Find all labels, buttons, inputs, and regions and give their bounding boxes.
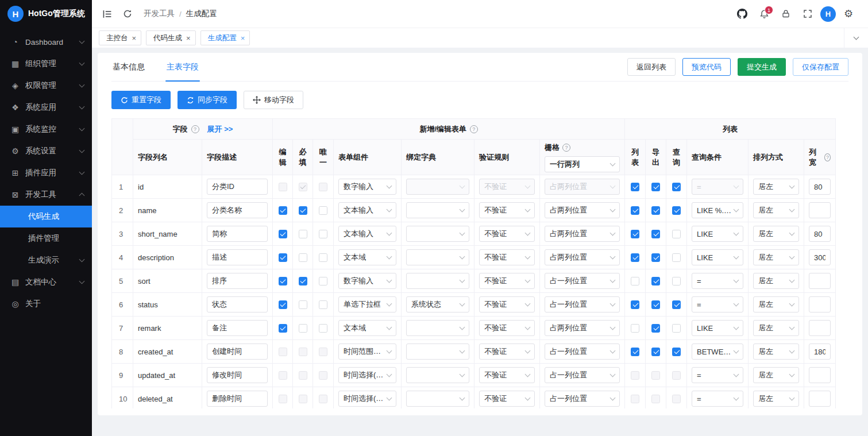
align-select[interactable]: 居左 [753,391,799,407]
info-icon[interactable] [191,125,199,133]
sidebar-item[interactable]: ⊠开发工具 [0,184,92,206]
required-checkbox[interactable] [299,300,307,309]
component-select[interactable]: 单选下拉框 [338,296,396,312]
query-cond-select[interactable]: LIKE %...% [692,202,743,218]
move-fields-button[interactable]: 移动字段 [244,91,303,109]
info-icon[interactable] [470,125,478,133]
list-checkbox[interactable] [631,348,639,356]
col-width-input[interactable] [809,226,831,242]
fullscreen-icon[interactable] [798,5,817,23]
grid-select[interactable]: 占两列位置 [545,320,620,336]
grid-layout-select[interactable]: 一行两列 [545,156,620,172]
component-select[interactable]: 时间选择(Y-... [338,391,396,407]
card-tab[interactable]: 基本信息 [111,53,146,81]
edit-checkbox[interactable] [279,324,287,333]
sidebar-item[interactable]: ◎关于 [0,293,92,315]
list-checkbox[interactable] [631,230,639,238]
query-checkbox[interactable] [672,230,681,238]
rule-select[interactable]: 不验证 [479,226,535,242]
reset-fields-button[interactable]: 重置字段 [111,91,171,109]
refresh-icon[interactable] [118,5,137,23]
grid-select[interactable]: 占一列位置 [545,344,620,360]
query-checkbox[interactable] [672,300,681,309]
field-desc-input[interactable] [207,249,268,265]
preview-code-button[interactable]: 预览代码 [682,58,731,76]
component-select[interactable]: 时间选择(Y-... [338,367,396,383]
unique-checkbox[interactable] [319,206,327,215]
required-checkbox[interactable] [299,206,307,215]
sync-fields-button[interactable]: 同步字段 [178,91,237,109]
sidebar-subitem[interactable]: 生成演示 [0,249,92,271]
field-desc-input[interactable] [207,391,268,407]
bell-icon[interactable]: 1 [755,5,773,23]
dict-select[interactable] [406,273,469,289]
unique-checkbox[interactable] [319,324,327,333]
col-width-input[interactable] [809,344,831,360]
rule-select[interactable]: 不验证 [479,249,535,265]
align-select[interactable]: 居左 [753,344,799,360]
rule-select[interactable]: 不验证 [479,391,535,407]
query-cond-select[interactable]: LIKE [692,249,743,265]
tab-options-button[interactable] [844,28,868,48]
dict-select[interactable] [406,344,469,360]
query-checkbox[interactable] [672,348,681,356]
list-checkbox[interactable] [631,277,639,285]
query-cond-select[interactable]: = [692,367,743,383]
grid-select[interactable]: 占一列位置 [545,273,620,289]
export-checkbox[interactable] [651,253,660,262]
component-select[interactable]: 文本域 [338,320,396,336]
query-cond-select[interactable]: = [692,296,743,312]
query-cond-select[interactable]: = [692,391,743,407]
grid-select[interactable]: 占两列位置 [545,249,620,265]
sidebar-item[interactable]: ⊞插件应用 [0,162,92,184]
col-width-input[interactable] [809,320,831,336]
settings-gear-icon[interactable]: ⚙ [839,5,858,23]
export-checkbox[interactable] [651,206,660,215]
query-checkbox[interactable] [672,277,681,285]
align-select[interactable]: 居左 [753,179,799,195]
info-icon[interactable] [824,153,831,161]
tab-chip[interactable]: 主控台× [99,30,141,45]
component-select[interactable]: 文本输入 [338,202,396,218]
tab-chip[interactable]: 生成配置× [200,30,250,45]
query-checkbox[interactable] [672,183,681,191]
col-width-input[interactable] [809,391,831,407]
grid-select[interactable]: 占两列位置 [545,226,620,242]
export-checkbox[interactable] [651,183,660,191]
component-select[interactable]: 文本域 [338,249,396,265]
export-checkbox[interactable] [651,300,660,309]
grid-select[interactable]: 占一列位置 [545,391,620,407]
field-desc-input[interactable] [207,344,268,360]
unique-checkbox[interactable] [319,253,327,262]
sidebar-item[interactable]: ▦组织管理 [0,53,92,75]
edit-checkbox[interactable] [279,230,287,238]
github-icon[interactable] [733,5,751,23]
rule-select[interactable]: 不验证 [479,296,535,312]
dict-select[interactable] [406,202,469,218]
component-select[interactable]: 时间范围选择 [338,344,396,360]
info-icon[interactable] [562,144,570,152]
col-width-input[interactable] [809,249,831,265]
align-select[interactable]: 居左 [753,226,799,242]
sidebar-item[interactable]: ▤文档中心 [0,271,92,293]
unique-checkbox[interactable] [319,300,327,309]
rule-select[interactable]: 不验证 [479,320,535,336]
export-checkbox[interactable] [651,324,660,333]
query-cond-select[interactable]: BETWEEN [692,344,743,360]
field-desc-input[interactable] [207,179,268,195]
col-width-input[interactable] [809,179,831,195]
align-select[interactable]: 居左 [753,249,799,265]
close-icon[interactable]: × [241,34,245,42]
export-checkbox[interactable] [651,230,660,238]
align-select[interactable]: 居左 [753,367,799,383]
edit-checkbox[interactable] [279,277,287,285]
field-desc-input[interactable] [207,273,268,289]
list-checkbox[interactable] [631,324,639,333]
sidebar-item[interactable]: ⚙系统设置 [0,140,92,162]
required-checkbox[interactable] [299,253,307,262]
dict-select[interactable] [406,367,469,383]
list-checkbox[interactable] [631,253,639,262]
sidebar-item[interactable]: ◔Dashboard [0,31,92,53]
query-checkbox[interactable] [672,206,681,215]
component-select[interactable]: 数字输入 [338,273,396,289]
